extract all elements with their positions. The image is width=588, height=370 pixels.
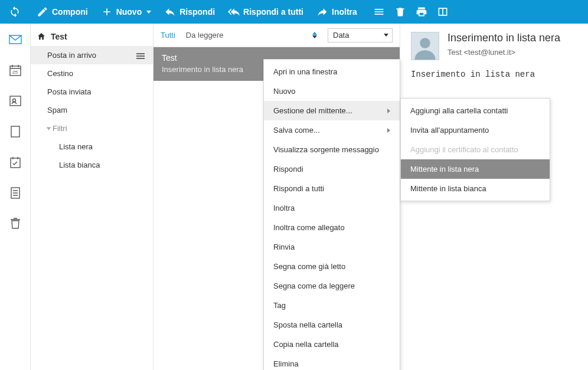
- cm-forward-attach[interactable]: Inoltra come allegato: [264, 218, 400, 237]
- delete-icon[interactable]: [390, 0, 410, 24]
- reading-body: Inserimento in lista nera: [411, 70, 577, 79]
- sm-invite[interactable]: Invita all'appuntamento: [401, 120, 550, 140]
- compose-button[interactable]: Componi: [31, 0, 94, 24]
- cm-mark-unread[interactable]: Segna come da leggere: [264, 276, 400, 296]
- list-toolbar: Tutti Da leggere Data: [153, 24, 400, 47]
- sender-submenu: Aggiungi alla cartella contatti Invita a…: [400, 98, 550, 201]
- folder-label: Posta in arrivo: [47, 51, 96, 60]
- cm-delete[interactable]: Elimina: [264, 354, 400, 370]
- folder-spam[interactable]: Spam: [31, 101, 153, 119]
- tab-unread[interactable]: Da leggere: [186, 31, 224, 40]
- folder-label: Spam: [47, 106, 67, 114]
- reading-pane-icon[interactable]: [433, 0, 453, 24]
- folder-filters[interactable]: Filtri: [31, 119, 153, 137]
- folder-blacklist[interactable]: Lista nera: [31, 137, 153, 156]
- svg-point-4: [12, 99, 15, 102]
- sender-avatar: [411, 32, 439, 60]
- sm-add-cert: Aggiungi il certificato al contatto: [401, 140, 550, 159]
- cm-reply-all[interactable]: Rispondi a tutti: [264, 179, 400, 198]
- cm-tag[interactable]: Tag: [264, 296, 400, 315]
- cm-save-as[interactable]: Salva come...: [264, 120, 400, 140]
- refresh-button[interactable]: [5, 0, 25, 24]
- trash-app-icon[interactable]: [8, 216, 23, 231]
- reply-label: Rispondi: [179, 7, 215, 17]
- svg-text:25: 25: [12, 70, 18, 75]
- message-context-menu: Apri in una finestra Nuovo Gestione del …: [263, 59, 400, 370]
- folder-label: Posta inviata: [47, 87, 91, 96]
- cm-resend[interactable]: Rinvia: [264, 237, 400, 257]
- cm-mark-read[interactable]: Segna come già letto: [264, 257, 400, 276]
- folder-root[interactable]: Test: [31, 27, 153, 46]
- sm-blacklist-sender[interactable]: Mittente in lista nera: [401, 159, 550, 179]
- reply-all-label: Rispondi a tutti: [243, 7, 303, 17]
- notes-app-icon[interactable]: [8, 124, 23, 139]
- cm-new[interactable]: Nuovo: [264, 81, 400, 101]
- tab-all[interactable]: Tutti: [161, 31, 175, 40]
- files-app-icon[interactable]: [8, 185, 23, 201]
- folder-label: Lista bianca: [59, 161, 100, 169]
- sort-field-value: Data: [333, 31, 349, 40]
- menu-icon[interactable]: [369, 0, 389, 24]
- main-toolbar: Componi Nuovo Rispondi Rispondi a tutti …: [0, 0, 588, 24]
- sort-direction-toggle[interactable]: [312, 32, 317, 38]
- submenu-caret-icon: [387, 109, 390, 113]
- forward-button[interactable]: Inoltra: [311, 0, 363, 24]
- cm-open-window[interactable]: Apri in una finestra: [264, 62, 400, 81]
- submenu-caret-icon: [387, 128, 390, 133]
- reply-button[interactable]: Rispondi: [158, 0, 221, 24]
- cm-forward[interactable]: Inoltra: [264, 198, 400, 218]
- cm-view-source[interactable]: Visualizza sorgente messaggio: [264, 140, 400, 159]
- svg-rect-5: [11, 126, 19, 137]
- folder-root-label: Test: [51, 32, 67, 41]
- folder-sent[interactable]: Posta inviata: [31, 83, 153, 101]
- new-label: Nuovo: [116, 7, 142, 17]
- forward-label: Inoltra: [332, 7, 357, 17]
- folder-trash[interactable]: Cestino: [31, 64, 153, 83]
- folder-label: Lista nera: [59, 142, 93, 151]
- tasks-app-icon[interactable]: [8, 155, 23, 170]
- folder-options-icon[interactable]: [136, 52, 145, 59]
- chevron-down-icon: [47, 127, 51, 130]
- cm-move-to[interactable]: Sposta nella cartella: [264, 315, 400, 335]
- compose-label: Componi: [52, 7, 88, 17]
- new-button[interactable]: Nuovo: [95, 0, 158, 24]
- svg-point-8: [420, 38, 430, 48]
- nav-rail: 25: [0, 24, 31, 370]
- caret-down-icon: [146, 11, 151, 14]
- calendar-app-icon[interactable]: 25: [8, 63, 23, 78]
- folder-whitelist[interactable]: Lista bianca: [31, 156, 153, 174]
- mail-app-icon[interactable]: [8, 32, 23, 47]
- contacts-app-icon[interactable]: [8, 93, 23, 109]
- sort-field-select[interactable]: Data: [328, 28, 393, 42]
- sm-whitelist-sender[interactable]: Mittente in lista bianca: [401, 179, 550, 198]
- svg-rect-6: [11, 158, 20, 168]
- print-icon[interactable]: [411, 0, 432, 24]
- sm-add-contact[interactable]: Aggiungi alla cartella contatti: [401, 101, 550, 120]
- chevron-down-icon: [384, 34, 388, 37]
- reply-all-button[interactable]: Rispondi a tutti: [222, 0, 309, 24]
- folder-label: Filtri: [53, 124, 67, 133]
- cm-manage-sender[interactable]: Gestione del mittente...: [264, 101, 400, 120]
- folder-tree: Test Posta in arrivo Cestino Posta invia…: [31, 24, 153, 370]
- folder-label: Cestino: [47, 69, 73, 78]
- cm-reply[interactable]: Rispondi: [264, 159, 400, 179]
- folder-inbox[interactable]: Posta in arrivo: [31, 46, 153, 64]
- reading-from: Test <test@lunet.it>: [447, 48, 560, 57]
- cm-copy-to[interactable]: Copia nella cartella: [264, 335, 400, 354]
- reading-title: Inserimento in lista nera: [447, 32, 560, 44]
